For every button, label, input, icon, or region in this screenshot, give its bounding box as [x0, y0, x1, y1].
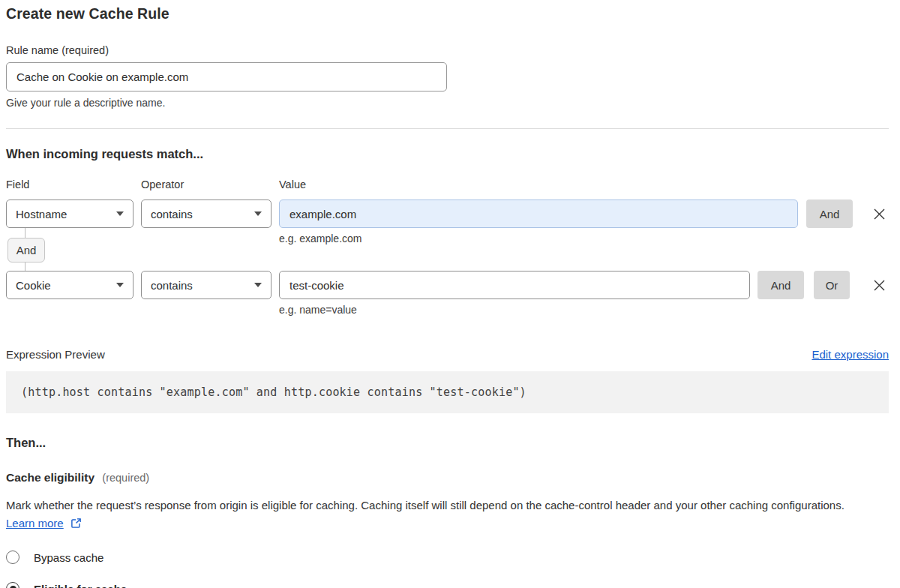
- operator-column-label: Operator: [141, 178, 279, 190]
- operator-select-2[interactable]: contains: [141, 271, 272, 299]
- expression-preview-label: Expression Preview: [6, 348, 105, 361]
- learn-more-link[interactable]: Learn more: [6, 517, 64, 530]
- external-link-icon: [70, 518, 82, 529]
- field-select-1[interactable]: Hostname: [6, 200, 134, 228]
- operator-select-1-value: contains: [151, 208, 193, 220]
- field-column-label: Field: [6, 178, 141, 190]
- operator-select-1[interactable]: contains: [141, 200, 272, 228]
- expression-code-block: (http.host contains "example.com" and ht…: [6, 371, 889, 413]
- chevron-down-icon: [254, 212, 262, 216]
- chevron-down-icon: [116, 283, 124, 287]
- condition-connector-area: And e.g. example.com: [6, 228, 889, 271]
- remove-condition-2-button[interactable]: [869, 275, 889, 295]
- and-button-row-1[interactable]: And: [806, 200, 853, 228]
- required-note: (required): [102, 472, 149, 484]
- condition-row-1: Hostname contains And: [6, 200, 889, 228]
- cache-eligibility-description: Mark whether the request’s response from…: [6, 496, 872, 532]
- field-select-2-value: Cookie: [16, 279, 51, 292]
- or-button-row-2[interactable]: Or: [814, 271, 850, 299]
- x-close-icon: [872, 207, 886, 221]
- radio-label: Eligible for cache: [34, 583, 127, 588]
- match-heading: When incoming requests match...: [6, 147, 889, 161]
- value-hint-1: e.g. example.com: [279, 232, 362, 244]
- radio-selected-icon[interactable]: [6, 582, 20, 588]
- rule-name-helper: Give your rule a descriptive name.: [6, 97, 889, 109]
- and-button-row-2[interactable]: And: [758, 271, 804, 299]
- expression-preview-header: Expression Preview Edit expression: [6, 348, 889, 361]
- radio-option-eligible-for-cache[interactable]: Eligible for cache: [6, 582, 889, 588]
- radio-unselected-icon[interactable]: [6, 550, 20, 564]
- section-divider: [6, 128, 889, 129]
- operator-select-2-value: contains: [151, 279, 193, 292]
- chevron-down-icon: [254, 283, 262, 287]
- x-close-icon: [872, 278, 886, 292]
- value-column-label: Value: [279, 178, 306, 190]
- field-select-1-value: Hostname: [16, 208, 67, 220]
- remove-condition-1-button[interactable]: [869, 204, 889, 224]
- description-text: Mark whether the request’s response from…: [6, 499, 844, 512]
- value-hint-2: e.g. name=value: [279, 304, 889, 316]
- radio-label: Bypass cache: [34, 551, 104, 564]
- cache-eligibility-title: Cache eligibility: [6, 471, 94, 484]
- chevron-down-icon: [116, 212, 124, 216]
- edit-expression-link[interactable]: Edit expression: [812, 348, 889, 361]
- cache-eligibility-heading: Cache eligibility (required): [6, 471, 889, 484]
- rule-name-input[interactable]: [6, 62, 447, 92]
- rule-name-label: Rule name (required): [6, 44, 889, 56]
- radio-option-bypass-cache[interactable]: Bypass cache: [6, 550, 889, 564]
- expression-code: (http.host contains "example.com" and ht…: [21, 386, 526, 399]
- value-input-2[interactable]: [279, 271, 750, 299]
- condition-row-2: Cookie contains And Or: [6, 271, 889, 299]
- create-cache-rule-form: Create new Cache Rule Rule name (require…: [0, 5, 900, 588]
- match-column-labels: Field Operator Value: [6, 178, 889, 190]
- field-select-2[interactable]: Cookie: [6, 271, 134, 299]
- then-heading: Then...: [6, 436, 889, 450]
- connector-and-button[interactable]: And: [8, 238, 45, 262]
- page-title: Create new Cache Rule: [6, 5, 889, 22]
- value-input-1[interactable]: [279, 200, 798, 228]
